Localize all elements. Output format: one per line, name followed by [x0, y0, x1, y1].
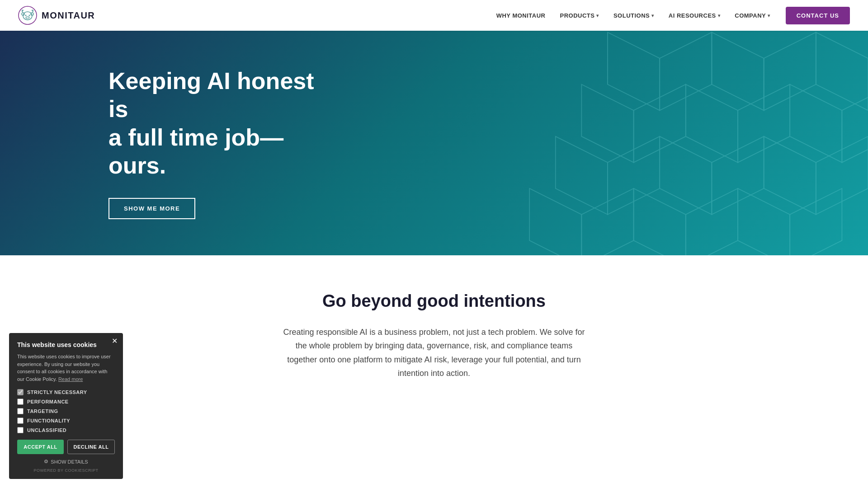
cookie-option-strictly-necessary[interactable]: STRICTLY NECESSARY — [17, 389, 115, 395]
svg-point-5 — [29, 15, 30, 16]
svg-marker-22 — [660, 136, 712, 215]
nav-links: WHY MONITAUR PRODUCTS ▾ SOLUTIONS ▾ AI R… — [490, 7, 850, 24]
svg-point-7 — [27, 17, 28, 18]
nav-item-solutions[interactable]: SOLUTIONS ▾ — [607, 9, 660, 23]
nav-item-products[interactable]: PRODUCTS ▾ — [553, 9, 605, 23]
main-section-body: Creating responsible AI is a business pr… — [280, 325, 588, 380]
contact-us-button[interactable]: CONTACT US — [786, 7, 850, 24]
hero-cta-button[interactable]: SHOW ME MORE — [108, 198, 195, 219]
svg-marker-18 — [790, 84, 842, 163]
nav-item-ai-resources[interactable]: AI RESOURCES ▾ — [662, 9, 726, 23]
svg-marker-16 — [686, 84, 738, 163]
hero-title: Keeping AI honest is a full time job—our… — [108, 67, 316, 180]
hero-section: Keeping AI honest is a full time job—our… — [0, 31, 868, 255]
chevron-down-icon: ▾ — [651, 13, 654, 18]
svg-marker-11 — [712, 32, 764, 110]
svg-point-6 — [26, 17, 29, 19]
svg-marker-9 — [608, 32, 660, 110]
hero-background-shapes — [347, 31, 868, 255]
cookie-checkbox-strictly-necessary[interactable] — [17, 389, 24, 395]
cookie-checkbox-performance[interactable] — [17, 399, 24, 405]
navbar: MONITAUR WHY MONITAUR PRODUCTS ▾ SOLUTIO… — [0, 0, 868, 31]
cookie-options: STRICTLY NECESSARY PERFORMANCE TARGETING… — [17, 389, 115, 417]
logo-link[interactable]: MONITAUR — [18, 6, 95, 25]
svg-marker-30 — [738, 188, 790, 255]
logo-text: MONITAUR — [42, 10, 95, 21]
cookie-read-more-link[interactable]: Read more — [58, 376, 83, 382]
nav-item-why[interactable]: WHY MONITAUR — [490, 9, 552, 23]
svg-point-0 — [19, 6, 37, 24]
svg-point-4 — [25, 15, 27, 16]
chevron-down-icon: ▾ — [718, 13, 721, 18]
cookie-description: This website uses cookies to improve use… — [17, 353, 115, 383]
svg-marker-24 — [764, 136, 816, 215]
chevron-down-icon: ▾ — [768, 13, 770, 18]
nav-item-company[interactable]: COMPANY ▾ — [728, 9, 776, 23]
svg-marker-19 — [842, 84, 868, 163]
svg-marker-26 — [529, 188, 581, 255]
logo-icon — [18, 6, 37, 25]
cookie-checkbox-targeting[interactable] — [17, 408, 24, 414]
svg-marker-28 — [634, 188, 686, 255]
cookie-option-performance[interactable]: PERFORMANCE — [17, 399, 115, 405]
svg-point-8 — [28, 17, 29, 18]
cookie-option-targeting[interactable]: TARGETING — [17, 408, 115, 414]
hero-content: Keeping AI honest is a full time job—our… — [0, 31, 316, 255]
svg-marker-14 — [581, 84, 633, 163]
cookie-title: This website uses cookies — [17, 341, 115, 348]
chevron-down-icon: ▾ — [596, 13, 599, 18]
cookie-close-button[interactable]: ✕ — [112, 338, 118, 345]
svg-marker-20 — [556, 136, 608, 215]
main-section-title: Go beyond good intentions — [18, 291, 850, 311]
main-content-section: Go beyond good intentions Creating respo… — [0, 255, 868, 417]
cookie-banner: ✕ This website uses cookies This website… — [9, 333, 123, 417]
svg-marker-13 — [816, 32, 868, 110]
